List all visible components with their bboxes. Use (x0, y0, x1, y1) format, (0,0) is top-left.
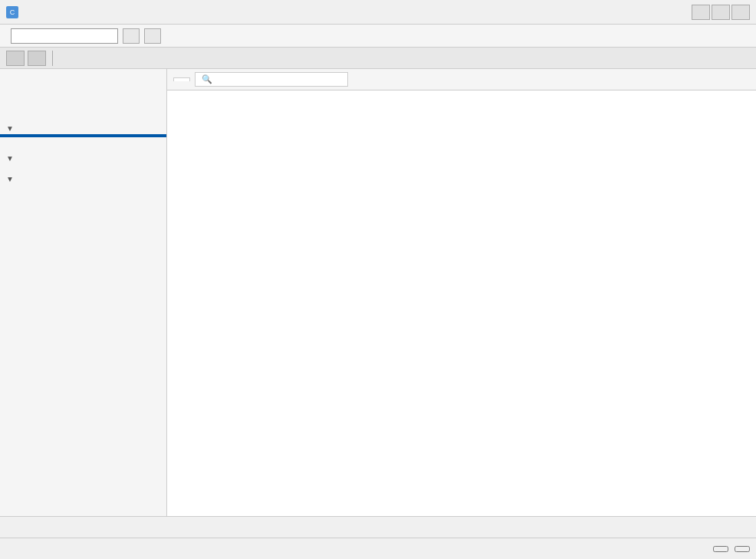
search-icon: 🔍 (202, 74, 212, 84)
app-icon: C (6, 6, 18, 18)
col-label (748, 523, 750, 532)
interface-files-header[interactable]: ▼ (0, 173, 166, 185)
utility-files-arrow: ▼ (6, 154, 14, 163)
content-section-title (0, 75, 166, 83)
code-content[interactable] (167, 90, 756, 516)
forward-button[interactable] (28, 51, 46, 66)
file-rtmodel-h[interactable] (0, 185, 166, 188)
minimize-button[interactable] (692, 5, 710, 20)
code-search-input[interactable] (215, 75, 341, 84)
back-button[interactable] (6, 51, 25, 66)
status-bar (0, 516, 756, 538)
code-area: 🔍 (167, 69, 756, 516)
nav-separator (52, 51, 53, 66)
sidebar: ▼ ▼ ▼ (0, 69, 167, 516)
window-controls (692, 5, 750, 20)
model-files-header[interactable]: ▼ (0, 123, 166, 134)
code-search-box: 🔍 (195, 72, 348, 87)
utility-files-header[interactable]: ▼ (0, 153, 166, 164)
title-bar: C (0, 0, 756, 25)
help-button[interactable] (735, 546, 750, 552)
file-rtwtypes-h[interactable] (0, 164, 166, 167)
file-can-input-types-h[interactable] (0, 143, 166, 146)
close-button[interactable] (731, 5, 750, 20)
search-down-button[interactable] (144, 28, 161, 44)
model-files-arrow: ▼ (6, 124, 14, 133)
model-files-section: ▼ (0, 120, 166, 150)
nav-title (59, 52, 750, 64)
bottom-bar (0, 538, 756, 559)
search-toolbar (0, 25, 756, 48)
interface-files-section: ▼ (0, 170, 166, 191)
code-toolbar: 🔍 (167, 69, 756, 90)
confirm-button[interactable] (713, 546, 728, 552)
interface-files-arrow: ▼ (6, 175, 14, 183)
search-up-button[interactable] (123, 28, 140, 44)
code-section-title (0, 112, 166, 120)
search-input[interactable] (11, 28, 118, 44)
status-position (736, 523, 750, 532)
utility-files-section: ▼ (0, 150, 166, 170)
ln-label (736, 523, 738, 532)
maximize-button[interactable] (712, 5, 730, 20)
file-tab[interactable] (173, 77, 190, 81)
nav-bar (0, 48, 756, 69)
sidebar-item-coder-assumptions[interactable] (0, 101, 166, 104)
